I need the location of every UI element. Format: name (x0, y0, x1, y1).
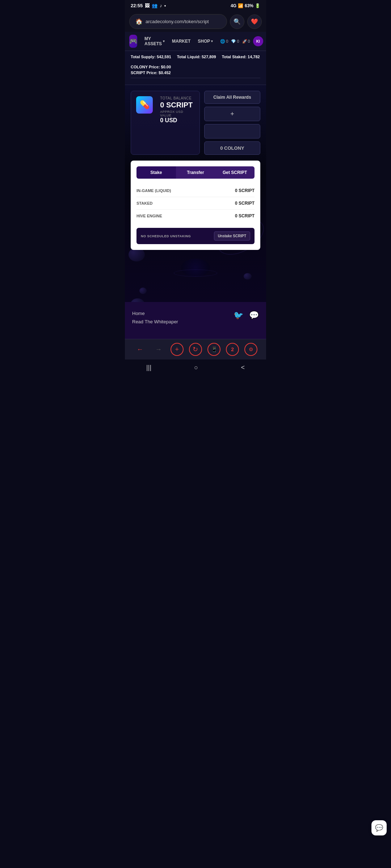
empty-slot (204, 124, 260, 139)
chevron-down-icon-shop: ▾ (211, 39, 213, 43)
total-liquid-label: Total Liquid: (177, 55, 201, 59)
battery-icon: 63% (245, 3, 253, 8)
approx-usd-label: APPROX USD VALUE (160, 110, 194, 117)
balance-card: 💊 TOTAL BALANCE 0 SCRIPT APPROX USD VALU… (131, 91, 200, 155)
signal-icon: 📶 (238, 3, 243, 8)
unstake-status: NO SCHEDULED UNSTAKING (141, 234, 191, 238)
address-bar-row: 🏠 arcadecolony.com/token/script 🔍 ❤️ (125, 11, 266, 32)
colony-price: COLONY Price: $0.00 (131, 65, 171, 69)
avatar-initials: KI (256, 39, 260, 43)
globe-count-group: 🌐 0 (220, 39, 228, 44)
nav-items: MY ASSETS ▾ MARKET SHOP ▾ (143, 32, 214, 51)
user-avatar[interactable]: KI (253, 36, 263, 46)
staked-row: STAKED 0 SCRIPT (136, 197, 255, 210)
nav-shop-label: SHOP (198, 39, 210, 44)
photo-icon: 🖼 (145, 3, 150, 8)
total-supply-value: 542,591 (157, 55, 171, 59)
globe-icon: 🌐 (220, 39, 225, 44)
total-liquid: Total Liquid: 527,809 (177, 55, 216, 59)
footer-links: Home Read The Whitepaper (132, 311, 178, 324)
balance-amount: 0 SCRIPT (160, 101, 194, 109)
address-bar[interactable]: 🏠 arcadecolony.com/token/script (129, 14, 227, 29)
network-icon: 4G (231, 3, 236, 8)
back-system-button[interactable]: < (241, 364, 245, 371)
battery-visual: 🔋 (255, 3, 260, 8)
home-button[interactable]: ○ (194, 364, 198, 371)
tabs-count-button[interactable]: 2 (226, 343, 239, 356)
logo[interactable]: 🎮 (129, 35, 137, 48)
total-staked-value: 14,782 (248, 55, 260, 59)
total-staked: Total Staked: 14,782 (222, 55, 260, 59)
script-price: SCRIPT Price: $0.452 (131, 71, 171, 75)
url-text[interactable]: arcadecolony.com/token/script (146, 19, 221, 24)
in-game-label: IN-GAME (LIQUID) (136, 188, 171, 193)
add-button[interactable]: + (204, 107, 260, 121)
in-game-row: IN-GAME (LIQUID) 0 SCRIPT (136, 184, 255, 197)
stats-bar: Total Supply: 542,591 Total Liquid: 527,… (125, 51, 266, 85)
search-button[interactable]: 🔍 (230, 14, 244, 29)
recent-apps-button[interactable]: ||| (146, 364, 151, 371)
nav-right-icons: 🌐 0 💎 0 🚀 0 KI kingparvez (220, 36, 266, 46)
hive-engine-value: 0 SCRIPT (235, 213, 255, 218)
balance-section: 💊 TOTAL BALANCE 0 SCRIPT APPROX USD VALU… (131, 91, 260, 155)
stake-tab[interactable]: Stake (136, 166, 176, 179)
nav-my-assets[interactable]: MY ASSETS ▾ (143, 32, 166, 51)
crystal-count-group: 💎 0 (231, 39, 239, 44)
total-supply-label: Total Supply: (131, 55, 156, 59)
main-content: 💊 TOTAL BALANCE 0 SCRIPT APPROX USD VALU… (125, 85, 266, 302)
hive-engine-label: HIVE ENGINE (136, 214, 162, 218)
total-balance-label: TOTAL BALANCE (160, 96, 194, 100)
token-rows: IN-GAME (LIQUID) 0 SCRIPT STAKED 0 SCRIP… (136, 184, 255, 222)
heart-icon: ❤️ (251, 18, 258, 25)
settings-button[interactable]: ⚙ (244, 343, 257, 356)
transfer-tab[interactable]: Transfer (176, 166, 215, 179)
home-link[interactable]: Home (132, 311, 178, 316)
nav-market-label: MARKET (172, 39, 190, 44)
mobile-icon: 📱 (211, 346, 217, 352)
get-script-tab[interactable]: Get SCRIPT (215, 166, 255, 179)
browser-bar: ← → + ↻ 📱 2 ⚙ (125, 339, 266, 359)
people-icon: 👥 (152, 3, 157, 8)
add-tab-button[interactable]: + (171, 343, 184, 356)
system-nav: ||| ○ < (125, 359, 266, 374)
refresh-button[interactable]: ↻ (189, 343, 202, 356)
mobile-view-button[interactable]: 📱 (207, 343, 220, 356)
logo-icon: 🎮 (129, 37, 137, 45)
time: 22:55 (131, 3, 143, 8)
balance-usd: 0 USD (160, 117, 194, 124)
rocket-count-group: 🚀 0 (242, 39, 250, 44)
chevron-down-icon: ▾ (163, 39, 165, 43)
in-game-value: 0 SCRIPT (235, 188, 255, 193)
script-price-value: $0.452 (159, 71, 171, 75)
unstake-button[interactable]: Unstake SCRIPT (214, 231, 250, 241)
total-liquid-value: 527,809 (202, 55, 216, 59)
nav-shop[interactable]: SHOP ▾ (196, 34, 214, 48)
forward-button[interactable]: → (152, 343, 165, 356)
status-left: 22:55 🖼 👥 ♪ • (131, 3, 166, 8)
staked-label: STAKED (136, 201, 152, 205)
divider (131, 78, 260, 78)
total-supply: Total Supply: 542,591 (131, 55, 171, 59)
whitepaper-link[interactable]: Read The Whitepaper (132, 319, 178, 324)
crystal-icon: 💎 (231, 39, 236, 44)
staked-value: 0 SCRIPT (235, 201, 255, 206)
discord-icon[interactable]: 💬 (249, 311, 259, 320)
nav-market[interactable]: MARKET (171, 34, 192, 48)
twitter-icon[interactable]: 🐦 (234, 311, 243, 320)
stats-row-2: SCRIPT Price: $0.452 (131, 71, 260, 75)
settings-icon: ⚙ (249, 346, 253, 352)
status-right: 4G 📶 63% 🔋 (231, 3, 260, 8)
colony-price-value: $0.00 (161, 65, 171, 69)
token-tabs: Stake Transfer Get SCRIPT (136, 166, 255, 179)
globe-count: 0 (226, 39, 228, 43)
search-icon: 🔍 (234, 18, 241, 25)
rocket-icon: 🚀 (242, 39, 247, 44)
claim-all-rewards-button[interactable]: Claim All Rewards (204, 91, 260, 104)
back-button[interactable]: ← (134, 343, 147, 356)
script-token-icon: 💊 (136, 96, 153, 114)
favorite-button[interactable]: ❤️ (247, 14, 262, 29)
tiktok-icon: ♪ (160, 3, 162, 8)
token-card: Stake Transfer Get SCRIPT IN-GAME (LIQUI… (131, 161, 260, 250)
script-price-label: SCRIPT Price: (131, 71, 157, 75)
rocket-count: 0 (248, 39, 250, 43)
